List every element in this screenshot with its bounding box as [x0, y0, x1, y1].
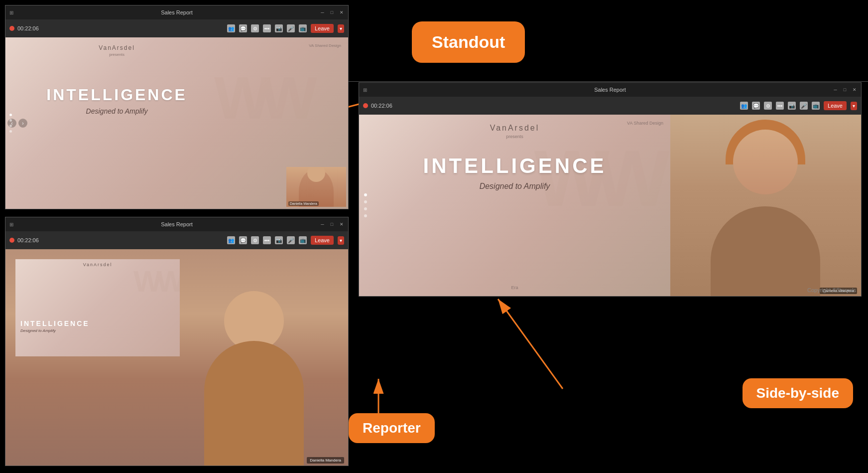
titlebar-bottom-left: ⊞ Sales Report ─ □ ✕: [5, 217, 348, 231]
window-controls[interactable]: ─ □ ✕: [320, 10, 344, 15]
toolbar-right: 00:22:06 👥 💬 ⚙ ••• 📷 🎤 📺 Leave ▾: [359, 97, 861, 115]
slide-content: VanArsdel presents INTELLIGENCE Designed…: [5, 37, 228, 209]
leave-dropdown-r[interactable]: ▾: [851, 102, 857, 110]
h-divider: [349, 81, 868, 82]
window-title-bottom-left: Sales Report: [161, 221, 193, 227]
close-button[interactable]: ✕: [339, 10, 344, 15]
chat-icon[interactable]: 💬: [239, 24, 247, 32]
toolbar-actions: 👥 💬 ⚙ ••• 📷 🎤 📺 Leave ▾: [227, 24, 344, 33]
recording-indicator-bl: [9, 238, 14, 243]
standout-callout: Standout: [412, 21, 525, 63]
leave-label-r: Leave: [828, 103, 843, 109]
standout-label: Standout: [432, 32, 505, 51]
side-by-side-label: Side-by-side: [756, 385, 839, 401]
toolbar-top-left: 00:22:06 👥 💬 ⚙ ••• 📷 🎤 📺 Leave ▾: [5, 19, 348, 37]
window-controls-bl[interactable]: ─ □ ✕: [320, 222, 344, 227]
main-slide-logo: VanArsdel: [490, 124, 540, 133]
apps-icon-bl[interactable]: ⚙: [251, 236, 259, 244]
maximize-btn-r[interactable]: □: [842, 87, 848, 93]
main-slide-desc: Designed to Amplify: [480, 182, 550, 191]
reporter-body: [204, 341, 304, 466]
leave-label: Leave: [315, 25, 330, 31]
top-left-window: ⊞ Sales Report ─ □ ✕ 00:22:06 👥 💬 ⚙ ••• …: [5, 5, 349, 209]
share-icon-r[interactable]: 📺: [812, 102, 820, 110]
share-icon[interactable]: 📺: [299, 24, 307, 32]
speaker-body: [711, 206, 820, 296]
slide-presents: presents: [13, 52, 220, 57]
reporter-slide-embed: VanArsdel WW INTELLIGENCE Designed to Am…: [15, 259, 180, 356]
participants-icon-r[interactable]: 👥: [740, 102, 748, 110]
maximize-button[interactable]: □: [329, 10, 335, 15]
leave-button-bl[interactable]: Leave: [311, 236, 334, 245]
main-slide-area: WW VanArsdel presents INTELLIGENCE Desig…: [359, 115, 670, 296]
reporter-logo: VanArsdel: [83, 262, 113, 267]
mic-icon[interactable]: 🎤: [287, 24, 295, 32]
slide-logo: VanArsdel: [13, 44, 220, 51]
chat-icon-r[interactable]: 💬: [752, 102, 760, 110]
main-slide-tagline: VA Shared Design: [627, 121, 663, 126]
slide-tagline: VA Shared Design: [309, 43, 341, 48]
side-by-side-callout: Side-by-side: [743, 378, 853, 408]
more-icon-bl[interactable]: •••: [263, 236, 271, 244]
toolbar-actions-r: 👥 💬 ⚙ ••• 📷 🎤 📺 Leave ▾: [740, 101, 857, 110]
svg-line-3: [498, 299, 563, 389]
main-slide-presents: presents: [506, 134, 523, 139]
slide-main-title: INTELLIGENCE: [13, 86, 220, 104]
main-slide-era: Era: [511, 285, 518, 290]
watermark: WW: [214, 63, 314, 163]
bottom-left-window: ⊞ Sales Report ─ □ ✕ 00:22:06 👥 💬 ⚙ ••• …: [5, 217, 349, 466]
main-slide-title: INTELLIGENCE: [423, 154, 606, 178]
toolbar-actions-bl: 👥 💬 ⚙ ••• 📷 🎤 📺 Leave ▾: [227, 236, 344, 245]
window-icon: ⊞: [9, 10, 13, 15]
leave-button[interactable]: Leave: [311, 24, 334, 33]
reporter-name-label: Daniella Mandera: [307, 457, 344, 464]
camera-icon[interactable]: 📷: [275, 24, 283, 32]
window-icon-r: ⊞: [363, 87, 367, 93]
camera-icon-bl[interactable]: 📷: [275, 236, 283, 244]
maximize-btn-bl[interactable]: □: [329, 222, 335, 227]
recording-indicator-r: [363, 103, 368, 108]
participants-icon[interactable]: 👥: [227, 24, 235, 32]
titlebar-left-icons: ⊞: [9, 10, 13, 15]
speaker-head: [307, 167, 325, 182]
call-timer-r: 00:22:06: [371, 103, 392, 109]
more-icon-r[interactable]: •••: [776, 102, 784, 110]
share-icon-bl[interactable]: 📺: [299, 236, 307, 244]
window-title-top-left: Sales Report: [161, 9, 193, 15]
mic-icon-bl[interactable]: 🎤: [287, 236, 295, 244]
window-controls-r[interactable]: ─ □ ✕: [833, 87, 857, 93]
leave-dropdown[interactable]: ▾: [338, 24, 344, 33]
mic-icon-r[interactable]: 🎤: [800, 102, 808, 110]
titlebar-r-icons: ⊞: [363, 87, 367, 93]
window-title-right: Sales Report: [594, 87, 626, 93]
apps-icon-r[interactable]: ⚙: [764, 102, 772, 110]
toolbar-bottom-left: 00:22:06 👥 💬 ⚙ ••• 📷 🎤 📺 Leave ▾: [5, 231, 348, 249]
minimize-btn-r[interactable]: ─: [833, 87, 838, 93]
leave-label-bl: Leave: [315, 237, 330, 243]
close-btn-bl[interactable]: ✕: [339, 222, 344, 227]
participants-icon-bl[interactable]: 👥: [227, 236, 235, 244]
minimize-btn-bl[interactable]: ─: [320, 222, 325, 227]
call-timer-bl: 00:22:06: [17, 237, 39, 243]
call-timer: 00:22:06: [17, 25, 39, 31]
speaker-person: [670, 115, 861, 296]
presentation-area-top-left: ‹ › WW VanArsdel presents INTELLIGENCE D…: [5, 37, 348, 209]
recording-indicator: [9, 26, 14, 31]
more-icon[interactable]: •••: [263, 24, 271, 32]
leave-button-r[interactable]: Leave: [824, 101, 847, 110]
presentation-area-right: WW VanArsdel presents INTELLIGENCE Desig…: [359, 115, 861, 296]
titlebar-top-left: ⊞ Sales Report ─ □ ✕: [5, 5, 348, 19]
apps-icon[interactable]: ⚙: [251, 24, 259, 32]
speaker-head-right: [733, 130, 798, 194]
right-window: ⊞ Sales Report ─ □ ✕ 00:22:06 👥 💬 ⚙ ••• …: [359, 82, 862, 297]
reporter-person-area: [160, 249, 348, 466]
reporter-slide-title: INTELLIGENCE: [20, 319, 90, 327]
chat-icon-bl[interactable]: 💬: [239, 236, 247, 244]
copyright-text: Copyright ©Storyals: [807, 287, 856, 293]
close-btn-r[interactable]: ✕: [852, 87, 857, 93]
speaker-name-pip: Daniella Mandera: [288, 201, 319, 206]
camera-icon-r[interactable]: 📷: [788, 102, 796, 110]
main-slide-content: VanArsdel presents INTELLIGENCE Designed…: [359, 115, 670, 296]
leave-dropdown-bl[interactable]: ▾: [338, 236, 344, 245]
minimize-button[interactable]: ─: [320, 10, 325, 15]
